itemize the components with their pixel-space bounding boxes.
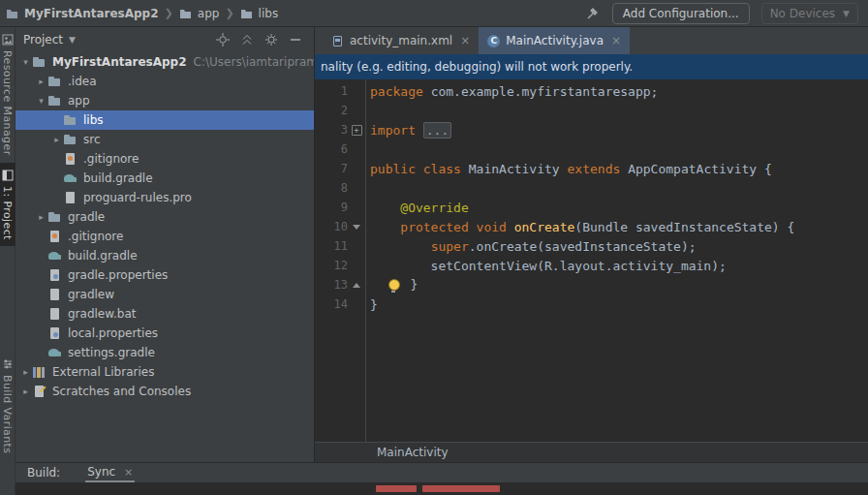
- gear-icon[interactable]: [264, 33, 278, 46]
- editor-breadcrumb[interactable]: MainActivity: [377, 446, 449, 459]
- intention-bulb-icon[interactable]: [388, 279, 400, 291]
- fold-up-icon[interactable]: [348, 283, 365, 288]
- code-line[interactable]: 9 @Override: [315, 198, 868, 217]
- tree-item-gradlew[interactable]: gradlew: [16, 285, 314, 304]
- close-icon[interactable]: ×: [124, 466, 133, 479]
- folder-icon: [179, 8, 192, 18]
- chevron-down-icon[interactable]: ▼: [69, 35, 76, 45]
- tool-button-build-variants[interactable]: Build Variants: [0, 352, 16, 460]
- line-number[interactable]: 7: [315, 162, 348, 175]
- chevron-down-icon[interactable]: ▾: [35, 96, 47, 106]
- code-text: package com.example.myfirstantaresapp;: [365, 84, 658, 99]
- tree-item-gradle-properties[interactable]: gradle.properties: [16, 265, 314, 285]
- tool-button-label: Build Variants: [1, 375, 14, 453]
- tree-item-myfirstantaresapp2[interactable]: ▾MyFirstAntaresApp2C:\Users\iamtariprama…: [16, 52, 314, 72]
- build-tab-sync[interactable]: Sync ×: [85, 463, 135, 482]
- tree-item-label: gradlew: [68, 288, 114, 301]
- tree-item-label: gradle.properties: [68, 268, 168, 282]
- project-tree: ▾MyFirstAntaresApp2C:\Users\iamtariprama…: [16, 52, 314, 401]
- line-number[interactable]: 3: [315, 123, 348, 137]
- tree-item-build-gradle[interactable]: build.gradle: [16, 169, 314, 188]
- tree-item-label: libs: [83, 113, 104, 127]
- fold-plus-icon[interactable]: +: [348, 125, 365, 136]
- chevron-right-icon[interactable]: ▸: [50, 135, 63, 144]
- folder-icon: [240, 8, 253, 18]
- file-git-icon: [47, 230, 63, 243]
- chevron-down-icon[interactable]: ▾: [19, 57, 32, 67]
- folder-icon: [63, 133, 78, 146]
- tree-item-label: app: [68, 94, 90, 108]
- code-editor[interactable]: 1package com.example.myfirstantaresapp;2…: [315, 79, 868, 442]
- build-output[interactable]: [16, 482, 868, 495]
- chevron-right-icon[interactable]: ▸: [35, 77, 47, 86]
- tree-item-label: proguard-rules.pro: [83, 191, 192, 204]
- code-line[interactable]: 3+import ...: [315, 120, 868, 139]
- tab-activity-main-xml[interactable]: activity_main.xml×: [323, 27, 479, 54]
- hide-panel-icon[interactable]: [289, 33, 302, 46]
- line-number[interactable]: 8: [315, 181, 348, 195]
- breadcrumb-app[interactable]: app: [198, 7, 220, 20]
- close-icon[interactable]: ×: [611, 34, 621, 47]
- tool-button-resource-manager[interactable]: Resource Manager: [0, 27, 16, 163]
- line-number[interactable]: 14: [315, 297, 348, 311]
- chevron-right-icon[interactable]: ▸: [35, 212, 47, 222]
- tree-item-gitignore[interactable]: .gitignore: [16, 227, 314, 246]
- code-line[interactable]: 10 protected void onCreate(Bundle savedI…: [315, 217, 868, 236]
- collapse-all-icon[interactable]: [240, 33, 254, 46]
- breadcrumb-libs[interactable]: libs: [259, 7, 279, 20]
- tree-item-build-gradle[interactable]: build.gradle: [16, 246, 314, 265]
- tool-button-project[interactable]: 1: Project: [0, 163, 16, 247]
- tree-item-external-libraries[interactable]: ▸External Libraries: [16, 362, 314, 382]
- scratches-icon: [32, 385, 47, 398]
- code-line[interactable]: 2: [315, 101, 868, 120]
- tree-item-label: src: [83, 133, 101, 146]
- editor-tab-bar: activity_main.xml×MainActivity.java×: [315, 27, 868, 54]
- tree-item-gradlew-bat[interactable]: gradlew.bat: [16, 304, 314, 324]
- line-number[interactable]: 9: [315, 201, 348, 214]
- code-line[interactable]: 7public class MainActivity extends AppCo…: [315, 159, 868, 178]
- editor-breadcrumb-bar: MainActivity: [315, 442, 868, 462]
- project-panel-title[interactable]: Project: [23, 33, 63, 46]
- chevron-right-icon[interactable]: ▸: [19, 367, 32, 377]
- gradle-icon: [47, 346, 63, 359]
- breadcrumb: MyFirstAntaresApp2 ❯ app ❯ libs: [0, 7, 278, 20]
- line-number[interactable]: 13: [315, 278, 348, 292]
- editor-area: activity_main.xml×MainActivity.java× nal…: [314, 27, 868, 462]
- tree-item-gradle[interactable]: ▸gradle: [16, 207, 314, 227]
- tree-item-local-properties[interactable]: local.properties: [16, 324, 314, 343]
- line-number[interactable]: 11: [315, 239, 348, 253]
- tree-item-gitignore[interactable]: .gitignore: [16, 149, 314, 169]
- error-text-fragment: [422, 485, 500, 492]
- locate-file-icon[interactable]: [216, 33, 230, 46]
- code-line[interactable]: 12 setContentView(R.layout.activity_main…: [315, 256, 868, 275]
- code-line[interactable]: 8: [315, 178, 868, 198]
- add-configuration-button[interactable]: Add Configuration...: [612, 3, 750, 24]
- code-line[interactable]: 1package com.example.myfirstantaresapp;: [315, 81, 868, 101]
- tab-mainactivity-java[interactable]: MainActivity.java×: [479, 27, 630, 54]
- tree-item-settings-gradle[interactable]: settings.gradle: [16, 343, 314, 362]
- fold-down-icon[interactable]: [348, 225, 365, 230]
- line-number[interactable]: 10: [315, 220, 348, 233]
- line-number[interactable]: 12: [315, 259, 348, 272]
- project-panel-header: Project ▼: [16, 27, 314, 52]
- line-number[interactable]: 2: [315, 104, 348, 117]
- tree-item-src[interactable]: ▸src: [16, 130, 314, 149]
- chevron-right-icon[interactable]: ▸: [19, 387, 32, 396]
- tree-item-label: .idea: [68, 75, 97, 88]
- code-line[interactable]: 11 super.onCreate(savedInstanceState);: [315, 236, 868, 256]
- line-number[interactable]: 1: [315, 84, 348, 98]
- code-line[interactable]: 13 }: [315, 275, 868, 294]
- code-line[interactable]: 14}: [315, 294, 868, 314]
- java-class-icon: [487, 35, 500, 47]
- breadcrumb-project[interactable]: MyFirstAntaresApp2: [24, 7, 159, 20]
- tree-item-scratches-and-consoles[interactable]: ▸Scratches and Consoles: [16, 382, 314, 401]
- device-selector[interactable]: No Devices ▼: [761, 3, 858, 24]
- line-number[interactable]: 6: [315, 142, 348, 156]
- tree-item-app[interactable]: ▾app: [16, 91, 314, 110]
- tree-item-libs[interactable]: libs: [16, 110, 314, 130]
- hammer-icon[interactable]: [585, 6, 601, 20]
- tree-item-idea[interactable]: ▸.idea: [16, 72, 314, 91]
- tree-item-proguard-rules-pro[interactable]: proguard-rules.pro: [16, 188, 314, 207]
- close-icon[interactable]: ×: [460, 34, 470, 47]
- code-line[interactable]: 6: [315, 139, 868, 159]
